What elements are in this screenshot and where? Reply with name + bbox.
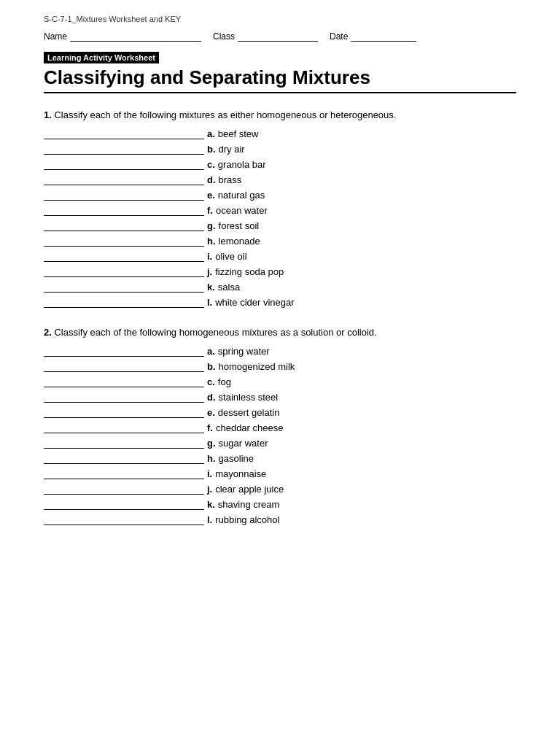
- item-label: k.: [207, 282, 215, 293]
- item-label: a.: [207, 346, 215, 357]
- item-text: clear apple juice: [215, 484, 284, 495]
- list-item: f.ocean water: [44, 204, 516, 216]
- item-label: b.: [207, 144, 216, 155]
- list-item: a.spring water: [44, 345, 516, 357]
- question-number: 1.: [44, 109, 52, 120]
- item-label: j.: [207, 266, 212, 277]
- item-label: k.: [207, 499, 215, 510]
- answer-line: [44, 189, 204, 201]
- list-item: h.lemonade: [44, 235, 516, 247]
- name-field: Name: [44, 31, 201, 42]
- question-number: 2.: [44, 327, 52, 338]
- item-label: h.: [207, 453, 216, 464]
- list-item: b.homogenized milk: [44, 360, 516, 372]
- question-2: 2. Classify each of the following homoge…: [44, 327, 516, 525]
- item-label: l.: [207, 297, 212, 308]
- class-label: Class: [213, 31, 235, 42]
- item-text: shaving cream: [218, 499, 280, 510]
- list-item: c.granola bar: [44, 158, 516, 170]
- item-text: natural gas: [218, 190, 265, 201]
- date-label: Date: [330, 31, 348, 42]
- list-item: g.sugar water: [44, 437, 516, 449]
- answer-line: [44, 235, 204, 247]
- list-item: h.gasoline: [44, 452, 516, 464]
- item-label: c.: [207, 376, 215, 387]
- list-item: c.fog: [44, 376, 516, 387]
- item-text: fog: [218, 376, 231, 387]
- answer-line: [44, 452, 204, 464]
- date-input[interactable]: [351, 31, 416, 42]
- item-label: i.: [207, 251, 212, 262]
- item-label: h.: [207, 236, 216, 247]
- answer-line: [44, 220, 204, 231]
- item-text: brass: [219, 174, 242, 185]
- item-text: dry air: [219, 144, 245, 155]
- answer-line: [44, 296, 204, 308]
- worksheet-title: Classifying and Separating Mixtures: [44, 66, 516, 93]
- item-text: dessert gelatin: [218, 407, 280, 418]
- list-item: l.rubbing alcohol: [44, 514, 516, 525]
- questions-container: 1. Classify each of the following mixtur…: [44, 109, 516, 525]
- name-label: Name: [44, 31, 67, 42]
- list-item: k.salsa: [44, 281, 516, 293]
- item-text: white cider vinegar: [215, 297, 294, 308]
- item-text: spring water: [218, 346, 270, 357]
- question-2-text: 2. Classify each of the following homoge…: [44, 327, 516, 338]
- answer-line: [44, 143, 204, 155]
- answer-line: [44, 437, 204, 449]
- answer-line: [44, 406, 204, 418]
- item-label: g.: [207, 438, 216, 449]
- item-text: homogenized milk: [219, 361, 295, 372]
- item-label: l.: [207, 514, 212, 525]
- answer-line: [44, 360, 204, 372]
- answer-line: [44, 281, 204, 293]
- answer-line: [44, 128, 204, 139]
- answer-line: [44, 422, 204, 433]
- item-label: f.: [207, 205, 213, 216]
- list-item: i.mayonnaise: [44, 468, 516, 479]
- answer-line: [44, 266, 204, 277]
- list-item: l.white cider vinegar: [44, 296, 516, 308]
- question-2-list: a.spring waterb.homogenized milkc.fogd.s…: [44, 345, 516, 525]
- item-text: cheddar cheese: [216, 422, 284, 433]
- question-1-list: a.beef stewb.dry airc.granola bard.brass…: [44, 128, 516, 308]
- item-text: stainless steel: [219, 392, 279, 403]
- item-text: salsa: [218, 282, 240, 293]
- list-item: e.dessert gelatin: [44, 406, 516, 418]
- question-1: 1. Classify each of the following mixtur…: [44, 109, 516, 308]
- item-label: j.: [207, 484, 212, 495]
- answer-line: [44, 376, 204, 387]
- list-item: i.olive oil: [44, 250, 516, 262]
- item-text: beef stew: [218, 128, 259, 139]
- date-field: Date: [330, 31, 416, 42]
- list-item: b.dry air: [44, 143, 516, 155]
- class-input[interactable]: [238, 31, 318, 42]
- list-item: j.clear apple juice: [44, 483, 516, 495]
- item-label: g.: [207, 220, 216, 231]
- item-label: a.: [207, 128, 215, 139]
- item-label: e.: [207, 190, 215, 201]
- list-item: j.fizzing soda pop: [44, 266, 516, 277]
- item-label: b.: [207, 361, 216, 372]
- answer-line: [44, 345, 204, 357]
- answer-line: [44, 204, 204, 216]
- list-item: g.forest soil: [44, 220, 516, 231]
- answer-line: [44, 498, 204, 510]
- answer-line: [44, 158, 204, 170]
- item-label: d.: [207, 392, 216, 403]
- list-item: e.natural gas: [44, 189, 516, 201]
- answer-line: [44, 174, 204, 185]
- list-item: d.brass: [44, 174, 516, 185]
- item-text: mayonnaise: [215, 468, 266, 479]
- activity-badge: Learning Activity Worksheet: [44, 52, 159, 63]
- item-text: lemonade: [219, 236, 260, 247]
- list-item: k.shaving cream: [44, 498, 516, 510]
- item-label: d.: [207, 174, 216, 185]
- item-text: gasoline: [219, 453, 254, 464]
- item-text: olive oil: [215, 251, 246, 262]
- answer-line: [44, 468, 204, 479]
- name-input[interactable]: [70, 31, 201, 42]
- item-label: e.: [207, 407, 215, 418]
- class-field: Class: [213, 31, 318, 42]
- answer-line: [44, 483, 204, 495]
